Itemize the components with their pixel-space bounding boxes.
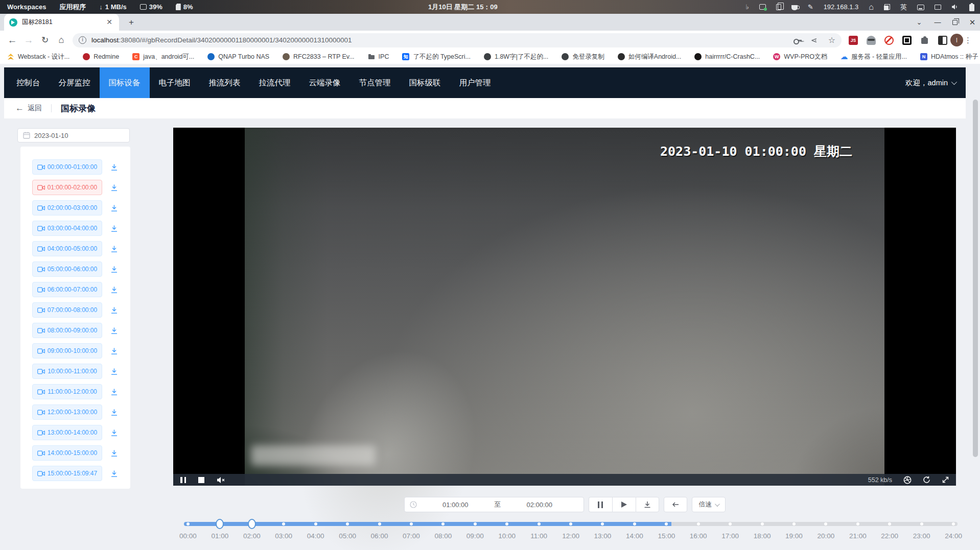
- speed-dropdown[interactable]: 倍速: [692, 497, 726, 512]
- back-arrow-icon[interactable]: ←: [15, 103, 24, 113]
- extension-spy-icon[interactable]: [867, 36, 876, 45]
- caffeine-icon[interactable]: [791, 5, 798, 10]
- tab-search-icon[interactable]: ⌄: [916, 18, 923, 26]
- screenshot-icon[interactable]: [759, 4, 766, 10]
- player-stop-icon[interactable]: [198, 477, 204, 483]
- segment-download-button[interactable]: [109, 224, 119, 233]
- date-picker[interactable]: 2023-01-10: [17, 128, 130, 142]
- back-button[interactable]: 返回: [28, 104, 42, 113]
- battery-icon[interactable]: [969, 3, 975, 11]
- bookmark-item[interactable]: QNAP Turbo NAS: [207, 53, 269, 60]
- bookmark-item[interactable]: Webstack - 设计...: [7, 53, 69, 61]
- segment-button[interactable]: 11:00:00-12:00:00: [32, 384, 102, 399]
- input-method-indicator[interactable]: 英: [900, 3, 907, 12]
- play-button[interactable]: [612, 497, 636, 512]
- bookmark-item[interactable]: 如何编译Android...: [618, 53, 682, 61]
- segment-button[interactable]: 00:00:00-01:00:00: [32, 159, 102, 175]
- bookmark-item[interactable]: RFC2833 – RTP Ev...: [283, 53, 355, 60]
- segment-button[interactable]: 15:00:00-15:09:47: [32, 466, 102, 481]
- extension-darkmode-icon[interactable]: [938, 36, 947, 45]
- browser-menu-icon[interactable]: ⋮: [963, 36, 976, 45]
- segment-button[interactable]: 07:00:00-08:00:00: [32, 302, 102, 318]
- segment-download-button[interactable]: [109, 162, 119, 172]
- player-refresh-icon[interactable]: [923, 476, 930, 484]
- navbar-item[interactable]: 控制台: [7, 67, 50, 98]
- segment-download-button[interactable]: [109, 326, 119, 335]
- ip-address[interactable]: 192.168.1.3: [824, 3, 859, 11]
- forward-icon[interactable]: →: [20, 35, 37, 46]
- segment-button[interactable]: 12:00:00-13:00:00: [32, 404, 102, 420]
- home-icon[interactable]: ⌂: [869, 3, 874, 11]
- start-time-value[interactable]: 01:00:00: [417, 501, 495, 509]
- segment-button[interactable]: 01:00:00-02:00:00: [32, 180, 102, 195]
- segment-button[interactable]: 08:00:00-09:00:00: [32, 323, 102, 338]
- segment-button[interactable]: 04:00:00-05:00:00: [32, 241, 102, 256]
- segment-download-button[interactable]: [109, 469, 119, 478]
- segment-download-button[interactable]: [109, 448, 119, 458]
- navbar-item[interactable]: 国标级联: [400, 67, 450, 98]
- music-note-icon[interactable]: ♭: [746, 4, 749, 10]
- clock[interactable]: 1月10日 星期二 15：09: [428, 0, 498, 14]
- segment-button[interactable]: 09:00:00-10:00:00: [32, 343, 102, 358]
- window-icon[interactable]: [935, 5, 941, 10]
- workspaces-button[interactable]: Workspaces: [7, 3, 46, 11]
- bookmark-item[interactable]: IPC: [368, 53, 389, 60]
- new-tab-button[interactable]: +: [125, 16, 137, 29]
- segment-download-button[interactable]: [109, 244, 119, 253]
- segment-download-button[interactable]: [109, 183, 119, 192]
- segment-download-button[interactable]: [109, 203, 119, 212]
- segment-button[interactable]: 06:00:00-07:00:00: [32, 282, 102, 297]
- volume-icon[interactable]: [951, 4, 959, 10]
- segment-download-button[interactable]: [109, 428, 119, 437]
- end-time-value[interactable]: 02:00:00: [501, 501, 578, 509]
- extensions-puzzle-icon[interactable]: [920, 36, 929, 45]
- address-bar[interactable]: i localhost:38080/#/gbRecordDetail/34020…: [73, 33, 842, 47]
- navbar-item[interactable]: 节点管理: [350, 67, 400, 98]
- segment-download-button[interactable]: [109, 346, 119, 355]
- window-minimize-icon[interactable]: —: [934, 18, 941, 26]
- navbar-item[interactable]: 拉流代理: [250, 67, 300, 98]
- window-restore-icon[interactable]: [952, 20, 958, 25]
- download-button[interactable]: [636, 497, 659, 512]
- site-info-icon[interactable]: i: [79, 36, 86, 44]
- segment-button[interactable]: 13:00:00-14:00:00: [32, 425, 102, 440]
- segment-button[interactable]: 05:00:00-06:00:00: [32, 261, 102, 277]
- bookmark-item[interactable]: 服务器 - 轻量应用...: [841, 53, 907, 61]
- segment-download-button[interactable]: [109, 408, 119, 417]
- seek-back-button[interactable]: [664, 497, 687, 512]
- bookmark-item[interactable]: Redmine: [83, 53, 119, 60]
- navbar-item[interactable]: 分屏监控: [50, 67, 100, 98]
- back-icon[interactable]: ←: [4, 35, 20, 46]
- profile-avatar[interactable]: I: [950, 34, 963, 46]
- tab-close-icon[interactable]: ✕: [105, 18, 114, 27]
- url-text[interactable]: localhost:38080/#/gbRecordDetail/3402000…: [91, 36, 787, 44]
- welcome-user[interactable]: 欢迎，admin: [905, 78, 948, 88]
- fullscreen-icon[interactable]: [942, 476, 949, 484]
- segment-download-button[interactable]: [109, 265, 119, 274]
- player-pause-icon[interactable]: [180, 477, 186, 483]
- segment-download-button[interactable]: [109, 387, 119, 396]
- password-key-icon[interactable]: [794, 39, 802, 43]
- bookmark-item[interactable]: W WVP-PRO文档: [773, 53, 827, 61]
- share-icon[interactable]: [812, 37, 818, 43]
- extension-blocker-icon[interactable]: [884, 36, 894, 45]
- navbar-item[interactable]: 云端录像: [300, 67, 350, 98]
- keyboard-icon[interactable]: [917, 5, 924, 10]
- applications-button[interactable]: 应用程序: [59, 3, 86, 12]
- page-scrollbar[interactable]: [973, 100, 978, 457]
- clipboard-icon[interactable]: [776, 4, 781, 10]
- segment-button[interactable]: 03:00:00-04:00:00: [32, 221, 102, 236]
- window-close-icon[interactable]: ✕: [969, 18, 976, 27]
- workspaces-overview-icon[interactable]: [884, 4, 890, 10]
- snapshot-icon[interactable]: [903, 476, 912, 484]
- segment-download-button[interactable]: [109, 367, 119, 376]
- segment-button[interactable]: 14:00:00-15:00:00: [32, 445, 102, 461]
- time-range-input[interactable]: 01:00:00 至 02:00:00: [404, 497, 584, 512]
- navbar-item[interactable]: 推流列表: [200, 67, 250, 98]
- bookmark-star-icon[interactable]: ☆: [828, 35, 835, 45]
- player-mute-icon[interactable]: [217, 476, 225, 484]
- video-player[interactable]: 2023-01-10 01:00:00 星期二 552 kb/s: [173, 128, 956, 486]
- extension-ublock-icon[interactable]: [902, 36, 912, 45]
- bookmark-item[interactable]: C java、android可...: [132, 53, 194, 61]
- segment-button[interactable]: 02:00:00-03:00:00: [32, 200, 102, 216]
